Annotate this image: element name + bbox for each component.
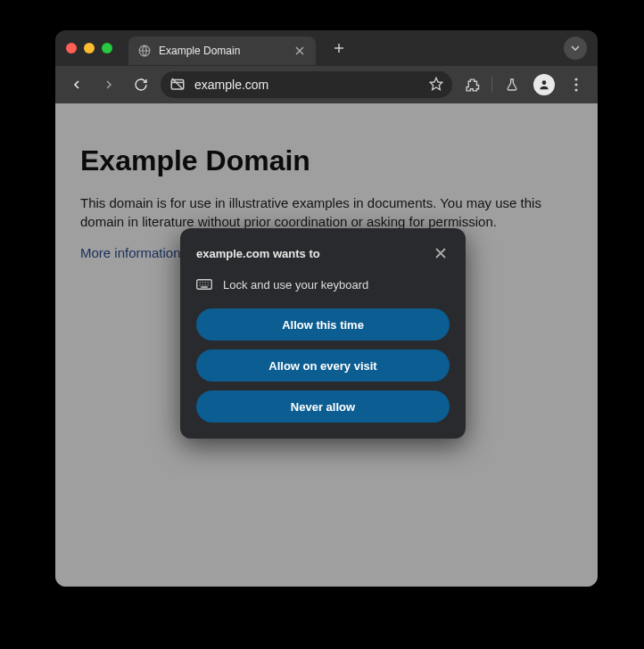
profile-button[interactable] [532, 72, 557, 97]
svg-point-6 [574, 88, 577, 91]
svg-point-5 [574, 83, 577, 86]
titlebar: Example Domain [55, 30, 598, 66]
browser-window: Example Domain [55, 30, 598, 587]
traffic-lights [66, 43, 112, 53]
window-close-button[interactable] [66, 43, 77, 53]
toolbar: example.com [55, 66, 598, 103]
menu-dots-icon[interactable] [564, 72, 589, 97]
url-text: example.com [194, 78, 420, 92]
tab-title: Example Domain [159, 45, 285, 57]
permission-dialog: example.com wants to Lock and use your k… [180, 228, 466, 439]
close-icon[interactable] [432, 244, 450, 262]
forward-button[interactable] [96, 72, 121, 97]
allow-this-time-button[interactable]: Allow this time [196, 308, 450, 341]
keyboard-icon [196, 276, 212, 292]
bookmark-star-icon[interactable] [429, 77, 443, 94]
globe-icon [137, 44, 152, 58]
back-button[interactable] [64, 72, 89, 97]
never-allow-button[interactable]: Never allow [196, 390, 450, 423]
window-minimize-button[interactable] [84, 43, 95, 53]
toolbar-separator [491, 77, 492, 93]
address-bar[interactable]: example.com [161, 71, 452, 98]
extensions-icon[interactable] [459, 72, 484, 97]
permission-request-text: Lock and use your keyboard [223, 278, 368, 292]
window-maximize-button[interactable] [102, 43, 112, 53]
permission-request-row: Lock and use your keyboard [196, 276, 450, 292]
new-tab-button[interactable] [326, 36, 351, 61]
tab-close-button[interactable] [293, 44, 307, 58]
site-info-icon[interactable] [169, 76, 186, 94]
content-area: Example Domain This domain is for use in… [55, 103, 598, 587]
allow-every-visit-button[interactable]: Allow on every visit [196, 349, 450, 382]
chevron-down-icon[interactable] [564, 37, 587, 60]
browser-tab[interactable]: Example Domain [128, 37, 316, 65]
reload-button[interactable] [128, 72, 153, 97]
svg-point-3 [542, 80, 547, 85]
svg-marker-2 [430, 78, 442, 89]
permission-title: example.com wants to [196, 247, 320, 260]
svg-point-4 [574, 78, 577, 80]
labs-flask-icon[interactable] [500, 72, 524, 97]
